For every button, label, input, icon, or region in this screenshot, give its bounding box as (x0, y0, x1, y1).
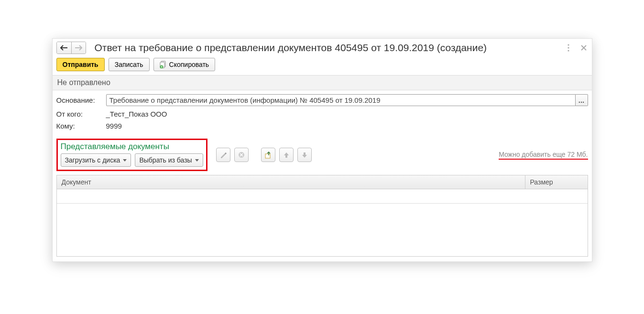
from-row: От кого: _Тест_Показ ООО (56, 110, 588, 118)
table-body[interactable] (57, 189, 588, 256)
to-value: 9999 (106, 122, 122, 130)
arrow-left-icon (60, 45, 68, 51)
dots-vertical-icon (568, 44, 569, 52)
edit-button[interactable] (216, 148, 230, 162)
chevron-down-icon (123, 159, 127, 162)
save-button[interactable]: Записать (109, 58, 150, 71)
load-from-disk-button[interactable]: Загрузить с диска (61, 153, 131, 167)
load-from-disk-label: Загрузить с диска (65, 156, 120, 164)
size-hint: Можно добавить еще 72 Мб. (499, 151, 588, 160)
delete-button[interactable] (234, 148, 249, 162)
header-actions (564, 43, 588, 52)
arrow-right-icon (75, 45, 82, 51)
forward-button[interactable] (71, 42, 86, 54)
documents-section-title: Представляемые документы (61, 142, 203, 152)
main-toolbar: Отправить Записать Скопировать (53, 55, 592, 75)
window: Ответ на требование о представлении доку… (52, 38, 592, 262)
basis-input[interactable]: Требование о представлении документов (и… (106, 94, 576, 106)
window-header: Ответ на требование о представлении доку… (53, 39, 592, 55)
export-button[interactable] (261, 148, 275, 162)
page-title: Ответ на требование о представлении доку… (95, 42, 564, 54)
from-label: От кого: (56, 110, 106, 118)
pencil-icon (219, 151, 227, 159)
copy-button-label: Скопировать (169, 61, 209, 68)
status-bar: Не отправлено (53, 75, 592, 90)
select-from-base-button[interactable]: Выбрать из базы (135, 153, 203, 167)
send-button[interactable]: Отправить (56, 58, 105, 71)
fields-area: Основание: Требование о представлении до… (53, 90, 592, 136)
highlighted-area: Представляемые документы Загрузить с дис… (56, 139, 207, 171)
col-document[interactable]: Документ (57, 175, 525, 189)
to-row: Кому: 9999 (56, 122, 588, 130)
arrow-down-icon (301, 152, 308, 158)
from-value: _Тест_Показ ООО (106, 110, 167, 118)
close-icon (581, 45, 587, 51)
icon-toolbar (216, 148, 312, 162)
to-label: Кому: (56, 122, 106, 130)
table-row[interactable] (57, 189, 588, 204)
documents-toolbar-row: Представляемые документы Загрузить с дис… (56, 136, 588, 171)
move-up-button[interactable] (279, 148, 294, 162)
back-button[interactable] (57, 42, 71, 54)
copy-button[interactable]: Скопировать (153, 58, 216, 71)
close-button[interactable] (579, 43, 588, 52)
basis-lookup-button[interactable]: ... (576, 94, 588, 106)
svg-point-1 (568, 47, 569, 48)
select-from-base-label: Выбрать из базы (139, 156, 192, 164)
col-size[interactable]: Размер (525, 175, 588, 189)
more-button[interactable] (564, 43, 573, 52)
documents-buttons: Загрузить с диска Выбрать из базы (61, 153, 203, 167)
move-down-button[interactable] (297, 148, 312, 162)
chevron-down-icon (195, 159, 199, 162)
svg-point-0 (568, 44, 569, 45)
delete-icon (238, 151, 245, 159)
svg-rect-7 (265, 154, 270, 158)
nav-buttons (56, 42, 86, 54)
documents-table: Документ Размер (56, 175, 588, 257)
basis-input-wrap: Требование о представлении документов (и… (106, 94, 588, 106)
table-header: Документ Размер (57, 175, 588, 189)
basis-label: Основание: (56, 96, 106, 104)
copy-icon (160, 61, 166, 68)
export-icon (264, 151, 272, 159)
basis-row: Основание: Требование о представлении до… (56, 94, 588, 106)
arrow-up-icon (283, 152, 290, 158)
svg-point-2 (568, 50, 569, 51)
